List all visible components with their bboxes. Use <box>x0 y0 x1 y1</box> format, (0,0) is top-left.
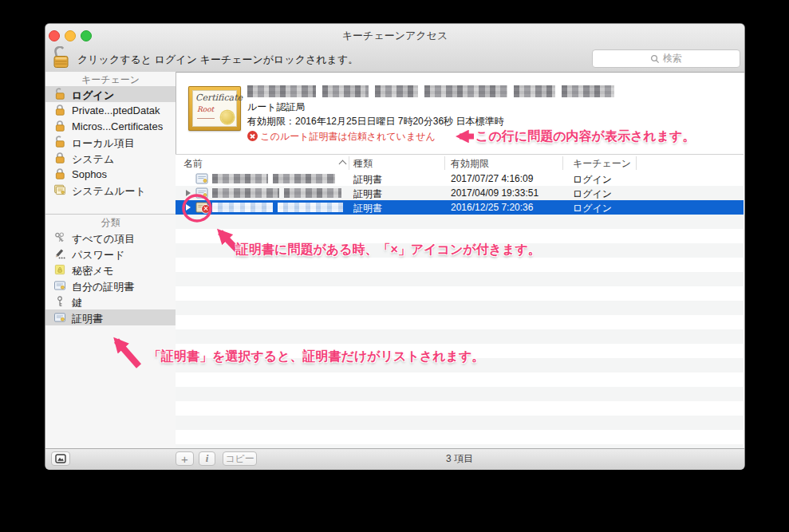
redacted-certificate-name <box>322 85 369 97</box>
redacted-name <box>284 188 341 198</box>
lock-status-message: クリックすると ログイン キーチェーンがロックされます。 <box>77 53 358 67</box>
search-icon <box>650 54 660 64</box>
redacted-name <box>278 203 343 212</box>
sidebar-item-passwords[interactable]: パスワード <box>45 246 176 262</box>
redacted-name <box>212 174 268 183</box>
certificate-image: Certificate Root <box>188 86 241 131</box>
sidebar-divider <box>45 214 176 215</box>
certificate-expiry: 有効期限：2016年12月25日日曜日 7時20分36秒 日本標準時 <box>247 115 503 128</box>
sidebar-item-login[interactable]: ログイン <box>45 86 176 102</box>
zoom-button[interactable] <box>81 30 92 41</box>
sidebar-item-keys[interactable]: 鍵 <box>45 294 176 309</box>
lock-closed-icon <box>53 120 66 132</box>
redacted-certificate-name <box>424 85 507 97</box>
redacted-name <box>212 188 279 198</box>
certificate-icon <box>195 173 208 184</box>
annotation-error-row-note: この行に問題の内容が表示されます。 <box>475 128 695 145</box>
column-header-expires[interactable]: 有効期限 <box>451 157 489 171</box>
column-header-kind[interactable]: 種類 <box>353 157 373 171</box>
lock-closed-icon <box>53 152 66 164</box>
certificate-icon <box>53 279 66 292</box>
table-row[interactable]: 証明書 2017/04/09 19:33:51 ログイン <box>176 186 744 200</box>
column-divider[interactable] <box>562 156 563 170</box>
image-panel-icon <box>55 454 66 463</box>
pencil-icon <box>53 247 66 260</box>
sidebar-item-private-keychain[interactable]: Private...ptedDatak <box>45 102 176 118</box>
sidebar-item-system-roots[interactable]: システムルート <box>45 182 176 198</box>
certificate-type: ルート認証局 <box>247 100 306 114</box>
certificate-icon <box>53 311 66 324</box>
column-header-keychain[interactable]: キーチェーン <box>573 157 631 171</box>
keys-icon <box>53 231 66 244</box>
toggle-keychains-button[interactable] <box>51 451 70 466</box>
certificate-image-seal <box>221 111 234 124</box>
column-divider[interactable] <box>636 156 637 170</box>
sidebar-item-all-items[interactable]: すべての項目 <box>45 230 176 246</box>
certificate-icon <box>195 187 208 199</box>
certificate-image-title: Certificate <box>195 93 243 103</box>
sidebar-keychains-header: キーチェーン <box>45 73 176 86</box>
error-x-badge-icon <box>202 205 210 213</box>
sidebar-item-certificates[interactable]: 証明書 <box>45 309 176 325</box>
column-header-name[interactable]: 名前 <box>183 157 203 171</box>
redacted-certificate-name <box>562 85 614 97</box>
table-row[interactable]: 証明書 2017/07/27 4:16:09 ログイン <box>176 171 744 186</box>
lock-closed-icon <box>53 167 66 180</box>
certificate-image-paper: Certificate Root <box>192 90 237 127</box>
disclosure-triangle-icon[interactable] <box>186 190 191 196</box>
redacted-certificate-name <box>375 85 418 97</box>
redacted-certificate-name <box>514 85 555 97</box>
annotation-category-note: 「証明書」を選択すると、証明書だけがリストされます。 <box>148 349 484 365</box>
lock-open-icon[interactable] <box>50 46 73 73</box>
key-icon <box>53 295 66 308</box>
redacted-name <box>212 203 273 212</box>
close-button[interactable] <box>49 30 60 41</box>
column-divider[interactable] <box>444 156 445 170</box>
trust-error-text: このルート証明書は信頼されていません <box>260 131 435 142</box>
redacted-name <box>273 174 335 183</box>
lock-open-icon <box>53 88 66 100</box>
sidebar-item-secure-notes[interactable]: 秘密メモ <box>45 262 176 278</box>
trust-error-line: このルート証明書は信頼されていません <box>247 130 436 144</box>
sidebar-item-system[interactable]: システム <box>45 150 176 166</box>
secure-note-icon <box>53 263 66 276</box>
certificate-image-subtitle: Root <box>197 105 214 113</box>
table-row-selected[interactable]: 証明書 2016/12/25 7:20:36 ログイン <box>176 200 744 215</box>
annotation-error-icon-note: 証明書に問題がある時、「×」アイコンが付きます。 <box>236 242 541 258</box>
certificate-stack-icon <box>53 183 66 196</box>
lock-closed-icon <box>53 104 66 116</box>
search-placeholder: 検索 <box>663 52 682 65</box>
sort-ascending-icon <box>339 160 347 168</box>
window-title: キーチェーンアクセス <box>45 29 744 43</box>
lock-open-icon <box>53 136 66 148</box>
minimize-button[interactable] <box>65 30 76 41</box>
item-count: 3 項目 <box>176 452 744 466</box>
table-header: 名前 種類 有効期限 キーチェーン <box>176 154 744 172</box>
sidebar-category-header: 分類 <box>45 216 176 229</box>
search-input[interactable]: 検索 <box>592 49 740 68</box>
screenshot-stage: キーチェーンアクセス クリックすると ログイン キーチェーンがロックされます。 … <box>0 0 789 532</box>
column-divider[interactable] <box>349 156 349 170</box>
sidebar-item-my-certificates[interactable]: 自分の証明書 <box>45 278 176 294</box>
redacted-certificate-name <box>247 85 316 97</box>
sidebar-item-sophos[interactable]: Sophos <box>45 166 176 182</box>
disclosure-triangle-icon[interactable] <box>186 204 191 211</box>
sidebar-item-local-items[interactable]: ローカル項目 <box>45 134 176 150</box>
error-x-icon <box>247 131 258 141</box>
sidebar-item-microsoft-certificates[interactable]: Micros...Certificates <box>45 118 176 134</box>
certificate-image-flourish <box>197 116 215 119</box>
